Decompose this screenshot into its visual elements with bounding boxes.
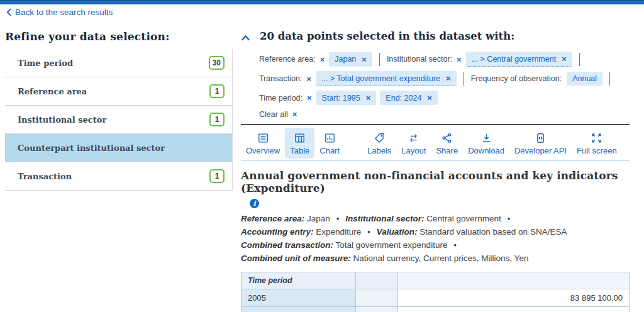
meta-line-2: Accounting entry: Expenditure ● Valuatio… [241,226,630,239]
clear-all-close-icon[interactable]: × [292,109,297,119]
count-badge: 1 [209,169,225,183]
sidebar-item-counterpart-institutional-sector[interactable]: Counterpart institutional sector [5,134,232,162]
period-cell[interactable]: 2005 [242,289,356,306]
count-badge: 1 [209,113,225,126]
group-divider [379,53,380,66]
chip-label: Annual [572,74,597,83]
toolbar-layout-button[interactable]: Layout [396,128,431,159]
dataset-title: Annual government non-financial accounts… [241,169,630,194]
chip-label: Start: 1995 [322,94,360,103]
toolbar-label: Chart [319,146,340,155]
remove-chip-icon[interactable]: × [362,55,367,64]
remove-chip-icon[interactable]: × [366,93,371,103]
chart-icon [324,132,336,144]
sidebar-item-institutional-sector[interactable]: Institutional sector 1 [5,106,232,134]
top-accent-bar [0,0,644,4]
filter-group-label: Transaction: [259,74,302,83]
toolbar-label: Share [436,146,458,155]
collapse-chevron-up-icon[interactable] [241,33,250,44]
toolbar-labels-button[interactable]: Labels [362,128,396,159]
mid-cell [356,289,398,306]
toolbar-share-button[interactable]: Share [431,128,463,159]
toolbar-developer-api-button[interactable]: Developer API [509,128,572,159]
toolbar-overview-button[interactable]: Overview [241,128,285,159]
period-cell[interactable]: 2006 [242,306,356,312]
tag-icon [374,132,386,144]
sidebar-item-label: Counterpart institutional sector [18,143,165,153]
remove-chip-icon[interactable]: × [446,74,451,83]
sidebar-heading: Refine your data selection: [5,30,233,43]
group-divider [579,53,580,66]
table-row: 2006 82 641 500.00 [242,306,630,312]
remove-group-icon[interactable]: × [457,55,462,64]
toolbar-label: Labels [367,146,391,155]
filter-chip-total-government-expenditure[interactable]: ... > Total government expenditure × [316,71,457,86]
chip-label: End: 2024 [386,94,421,103]
time-period-header[interactable]: Time period [242,272,356,289]
sidebar-item-label: Transaction [18,172,72,181]
filter-chip-annual[interactable]: Annual [567,72,602,86]
toolbar-label: Developer API [514,146,567,155]
group-divider [464,72,464,86]
chip-label: Japan [335,55,356,64]
sidebar-item-transaction[interactable]: Transaction 1 [5,162,232,191]
meta-value: Central government [426,214,501,223]
meta-value: National currency, Current prices, Milli… [353,254,529,263]
meta-value: Japan [307,214,330,223]
filter-group-label: Time period: [259,94,303,103]
remove-chip-icon[interactable]: × [427,93,432,103]
toolbar-divider [241,160,630,161]
sidebar-item-time-period[interactable]: Time period 30 [5,49,232,77]
clear-all-button[interactable]: Clear all [259,110,288,119]
count-badge: 1 [209,84,225,98]
toolbar-label: Download [468,146,504,155]
info-icon[interactable]: i [250,199,259,208]
bullet-separator: ● [336,216,340,221]
filter-chips-area: Reference area: × Japan × Institutional … [259,52,630,119]
chevron-left-icon [6,8,12,16]
section-divider [241,124,630,125]
value-cell[interactable]: 82 641 500.00 [398,306,630,312]
meta-label: Valuation: [377,227,418,237]
toolbar-download-button[interactable]: Download [463,128,509,159]
meta-line-1: Reference area: Japan ● Institutional se… [241,213,630,226]
table-row: 2005 83 895 100.00 [242,289,630,306]
filter-chip-end-2024[interactable]: End: 2024 × [380,91,438,105]
main-panel: 20 data points selected in this dataset … [241,30,630,312]
toolbar-table-button[interactable]: Table [285,128,314,159]
remove-group-icon[interactable]: × [306,74,311,84]
value-cell[interactable]: 83 895 100.00 [398,289,630,306]
meta-value: Standard valuation based on SNA/ESA [419,227,567,237]
meta-value: Expenditure [316,227,361,237]
remove-group-icon[interactable]: × [320,55,325,64]
overview-icon [257,132,269,144]
back-to-search-link[interactable]: Back to the search results [6,8,113,17]
toolbar-label: Table [290,146,309,155]
group-divider [609,72,610,86]
filter-chip-central-government[interactable]: ... > Central government × [466,52,572,67]
toolbar-fullscreen-button[interactable]: Full screen [572,128,622,159]
filter-chip-japan[interactable]: Japan × [329,52,372,67]
filter-group-label: Institutional sector: [387,55,452,64]
share-icon [441,132,453,144]
value-header-cell [398,272,630,289]
toolbar-label: Full screen [577,146,617,155]
remove-group-icon[interactable]: × [307,93,312,103]
sidebar-item-label: Reference area [18,87,87,96]
remove-chip-icon[interactable]: × [562,54,567,64]
filter-chip-start-1995[interactable]: Start: 1995 × [316,91,377,105]
table-header-row: Time period [242,272,630,289]
refine-sidebar: Refine your data selection: Time period … [5,30,233,191]
swap-arrows-icon [408,132,419,144]
toolbar-chart-button[interactable]: Chart [314,128,345,159]
meta-label: Combined transaction: [241,240,333,250]
sidebar-item-reference-area[interactable]: Reference area 1 [5,77,232,106]
download-icon [480,132,492,144]
count-badge: 30 [209,56,225,70]
view-toolbar: Overview Table Chart [241,128,630,159]
sidebar-item-label: Time period [18,58,73,68]
bullet-separator: ● [508,216,511,221]
toolbar-label: Layout [401,146,426,155]
meta-value: Total government expenditure [336,240,448,250]
bullet-separator: ● [453,242,457,248]
